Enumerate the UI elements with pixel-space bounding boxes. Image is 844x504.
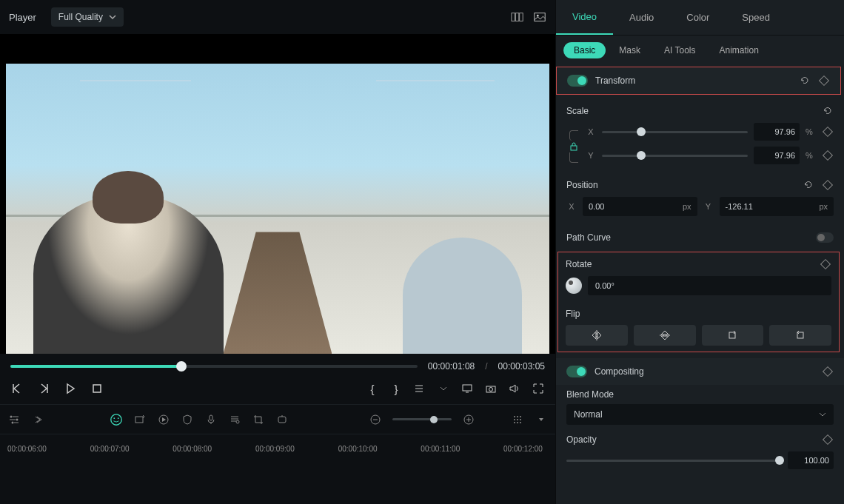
- bracket-in-button[interactable]: {: [366, 382, 379, 395]
- enhance-icon[interactable]: [133, 413, 147, 426]
- zoom-out-button[interactable]: [369, 413, 382, 426]
- reset-icon[interactable]: [799, 75, 811, 87]
- prev-frame-button[interactable]: [10, 382, 24, 395]
- lock-icon[interactable]: [570, 142, 577, 151]
- compare-icon[interactable]: [511, 10, 524, 24]
- scale-y-value[interactable]: 97.96: [754, 147, 800, 164]
- position-reset-icon[interactable]: [803, 179, 814, 191]
- tab-speed[interactable]: Speed: [726, 0, 786, 35]
- svg-point-39: [514, 416, 515, 417]
- crop-icon[interactable]: [252, 413, 265, 426]
- svg-point-44: [520, 419, 521, 420]
- player-header: Player Full Quality: [0, 0, 555, 34]
- timeline-ruler[interactable]: 00:00:06:00 00:00:07:00 00:00:08:00 00:0…: [0, 434, 555, 463]
- svg-rect-7: [93, 385, 101, 392]
- rotate-input[interactable]: 0.00°: [588, 276, 831, 295]
- path-curve-toggle[interactable]: [816, 232, 834, 243]
- svg-rect-24: [135, 417, 143, 423]
- svg-rect-1: [515, 13, 519, 21]
- stop-button[interactable]: [90, 382, 104, 395]
- ruler-tick: 00:00:10:00: [338, 445, 421, 453]
- compositing-section-header: Compositing: [556, 358, 844, 385]
- svg-point-23: [118, 417, 119, 419]
- opacity-keyframe[interactable]: [822, 434, 834, 446]
- scale-reset-icon[interactable]: [822, 105, 834, 117]
- play-outline-icon[interactable]: [157, 413, 170, 426]
- rotate-label: Rotate: [566, 259, 592, 269]
- compositing-keyframe-icon[interactable]: [822, 366, 834, 377]
- scale-x-slider[interactable]: [602, 131, 748, 133]
- flip-vertical-button[interactable]: [634, 325, 696, 346]
- music-icon[interactable]: [228, 413, 241, 426]
- marker-icon[interactable]: [275, 413, 289, 426]
- display-icon[interactable]: [460, 382, 474, 395]
- keyframe-icon[interactable]: [818, 75, 830, 87]
- quality-value: Full Quality: [58, 12, 103, 22]
- play-button[interactable]: [64, 382, 77, 395]
- mic-icon[interactable]: [204, 413, 218, 426]
- scale-x-value[interactable]: 97.96: [754, 123, 800, 141]
- svg-point-45: [514, 422, 515, 423]
- quality-dropdown[interactable]: Full Quality: [51, 7, 124, 27]
- pos-y-input[interactable]: -126.11 px: [720, 197, 834, 216]
- grid-icon[interactable]: [511, 413, 524, 426]
- list-icon[interactable]: [413, 382, 426, 395]
- step-back-button[interactable]: [37, 382, 50, 395]
- settings-icon[interactable]: [7, 413, 21, 426]
- bracket-out-button[interactable]: }: [389, 382, 403, 395]
- subtab-aitools[interactable]: AI Tools: [654, 42, 706, 58]
- zoom-slider[interactable]: [392, 418, 452, 420]
- pos-x-input[interactable]: 0.00 px: [583, 197, 697, 216]
- blend-mode-select[interactable]: Normal: [566, 404, 834, 425]
- svg-rect-32: [278, 417, 286, 423]
- rotate-keyframe[interactable]: [820, 258, 831, 270]
- rotate-dial[interactable]: [566, 278, 582, 294]
- rotate-cw-button[interactable]: [702, 325, 764, 346]
- shield-icon[interactable]: [181, 413, 194, 426]
- svg-point-31: [236, 420, 239, 423]
- tab-color[interactable]: Color: [670, 0, 726, 35]
- camera-icon[interactable]: [484, 382, 498, 395]
- zoom-in-button[interactable]: [462, 413, 475, 426]
- scale-x-keyframe[interactable]: [822, 126, 834, 138]
- ruler-tick: 00:00:06:00: [7, 445, 90, 453]
- subtab-mask[interactable]: Mask: [609, 42, 651, 58]
- rotate-flip-group: Rotate 0.00° Flip: [557, 252, 840, 352]
- subtab-basic[interactable]: Basic: [563, 42, 606, 58]
- scale-y-keyframe[interactable]: [822, 149, 834, 161]
- subtab-animation[interactable]: Animation: [709, 42, 768, 58]
- opacity-value[interactable]: 100.00: [788, 451, 834, 469]
- expand-icon[interactable]: [31, 413, 44, 426]
- volume-icon[interactable]: [508, 382, 521, 395]
- scale-y-slider[interactable]: [602, 155, 748, 157]
- path-curve-label: Path Curve: [566, 232, 611, 243]
- transform-toggle[interactable]: [567, 75, 588, 87]
- flip-horizontal-button[interactable]: [566, 325, 628, 346]
- playhead-slider[interactable]: [10, 365, 418, 368]
- snapshot-icon[interactable]: [533, 10, 546, 24]
- transform-label: Transform: [595, 75, 635, 86]
- svg-point-17: [16, 418, 19, 420]
- fullscreen-icon[interactable]: [532, 382, 545, 395]
- tab-audio[interactable]: Audio: [613, 0, 670, 35]
- video-preview[interactable]: [0, 34, 555, 354]
- chevron-down-icon: [819, 411, 826, 418]
- chevron-down-icon[interactable]: [437, 382, 450, 395]
- pos-y-label: Y: [703, 202, 714, 211]
- flip-label: Flip: [566, 309, 580, 319]
- ai-face-icon[interactable]: [110, 413, 123, 426]
- svg-point-21: [111, 414, 121, 424]
- player-tab[interactable]: Player: [9, 12, 36, 23]
- compositing-toggle[interactable]: [566, 366, 587, 377]
- svg-rect-0: [512, 13, 515, 21]
- position-label: Position: [566, 180, 598, 190]
- position-keyframe-icon[interactable]: [822, 179, 834, 191]
- svg-point-47: [520, 422, 521, 423]
- opacity-slider[interactable]: [566, 460, 782, 462]
- tab-video[interactable]: Video: [556, 0, 613, 35]
- rotate-ccw-button[interactable]: [769, 325, 831, 346]
- caret-down-icon[interactable]: [535, 413, 548, 426]
- blend-mode-label: Blend Mode: [566, 389, 614, 400]
- svg-point-41: [520, 416, 521, 417]
- svg-point-22: [113, 417, 115, 419]
